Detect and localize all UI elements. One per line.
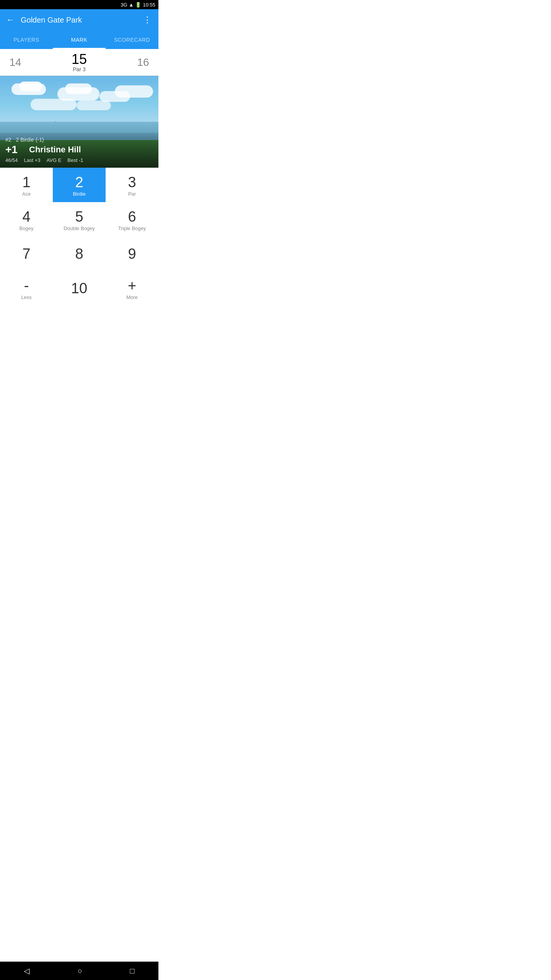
- score-num-1: 1: [22, 175, 30, 189]
- tab-bar: Players Mark Scorecard: [0, 31, 158, 49]
- hole-number: 15: [72, 52, 87, 66]
- score-grid: 1 Ace 2 Birdie 3 Par 4 Bogey 5 Double Bo…: [0, 168, 158, 305]
- player-score-label: 2 Birdie (-1): [16, 137, 44, 143]
- score-num-more: +: [128, 278, 136, 293]
- course-image: #2 2 Birdie (-1) +1 Christine Hill 46/54…: [0, 76, 158, 168]
- next-hole-number: 16: [137, 56, 149, 69]
- player-row1: #2 2 Birdie (-1): [5, 137, 153, 143]
- score-num-3: 3: [128, 175, 136, 189]
- player-row2: +1 Christine Hill: [5, 144, 153, 156]
- score-label-more: More: [126, 294, 138, 300]
- tab-scorecard[interactable]: Scorecard: [106, 31, 158, 49]
- time-display: 10:55: [143, 2, 155, 8]
- score-cell-less[interactable]: - Less: [0, 271, 53, 305]
- player-name: Christine Hill: [29, 145, 81, 155]
- signal-icon: 3G: [121, 2, 127, 8]
- score-num-10: 10: [71, 281, 87, 296]
- score-num-9: 9: [128, 247, 136, 261]
- score-label-2: Birdie: [73, 191, 85, 197]
- player-last: Last +3: [24, 157, 41, 163]
- prev-hole-button[interactable]: 14: [0, 49, 31, 75]
- player-total-score: +1: [5, 144, 24, 156]
- score-cell-more[interactable]: + More: [106, 271, 158, 305]
- score-cell-5[interactable]: 5 Double Bogey: [53, 202, 106, 237]
- back-button[interactable]: ←: [6, 15, 15, 25]
- score-cell-4[interactable]: 4 Bogey: [0, 202, 53, 237]
- score-num-4: 4: [22, 209, 30, 224]
- player-rounds: 46/54: [5, 157, 18, 163]
- score-num-6: 6: [128, 209, 136, 224]
- player-stats: 46/54 Last +3 AVG E Best -1: [5, 157, 153, 163]
- player-number: #2: [5, 137, 11, 143]
- hole-par: Par 3: [73, 66, 85, 72]
- score-num-5: 5: [75, 209, 83, 224]
- score-num-2: 2: [75, 175, 83, 189]
- score-num-less: -: [24, 278, 29, 293]
- score-cell-9[interactable]: 9: [106, 237, 158, 271]
- player-avg: AVG E: [47, 157, 62, 163]
- score-cell-6[interactable]: 6 Triple Bogey: [106, 202, 158, 237]
- score-label-6: Triple Bogey: [118, 225, 146, 231]
- clouds: [0, 80, 158, 126]
- score-cell-3[interactable]: 3 Par: [106, 168, 158, 202]
- player-best: Best -1: [67, 157, 83, 163]
- score-cell-7[interactable]: 7: [0, 237, 53, 271]
- tab-players[interactable]: Players: [0, 31, 53, 49]
- overflow-menu-button[interactable]: ⋮: [143, 15, 152, 25]
- score-label-4: Bogey: [20, 225, 34, 231]
- signal-bars: ▲: [129, 2, 134, 8]
- current-hole: 15 Par 3: [31, 52, 128, 72]
- app-header: ← Golden Gate Park ⋮: [0, 9, 158, 31]
- score-label-3: Par: [128, 191, 136, 197]
- hole-selector: 14 15 Par 3 16: [0, 49, 158, 76]
- score-num-8: 8: [75, 247, 83, 261]
- tab-mark[interactable]: Mark: [53, 31, 106, 49]
- next-hole-button[interactable]: 16: [128, 49, 158, 75]
- score-cell-10[interactable]: 10: [53, 271, 106, 305]
- score-cell-8[interactable]: 8: [53, 237, 106, 271]
- score-label-1: Ace: [22, 191, 31, 197]
- header-title: Golden Gate Park: [21, 16, 143, 24]
- player-overlay: #2 2 Birdie (-1) +1 Christine Hill 46/54…: [0, 133, 158, 168]
- score-num-7: 7: [22, 247, 30, 261]
- battery-icon: 🔋: [135, 2, 141, 8]
- score-label-5: Double Bogey: [64, 225, 95, 231]
- prev-hole-number: 14: [9, 56, 21, 69]
- status-bar: 3G ▲ 🔋 10:55: [0, 0, 158, 9]
- status-icons: 3G ▲ 🔋 10:55: [121, 2, 155, 8]
- score-cell-2[interactable]: 2 Birdie: [53, 168, 106, 202]
- score-label-less: Less: [21, 294, 31, 300]
- score-cell-1[interactable]: 1 Ace: [0, 168, 53, 202]
